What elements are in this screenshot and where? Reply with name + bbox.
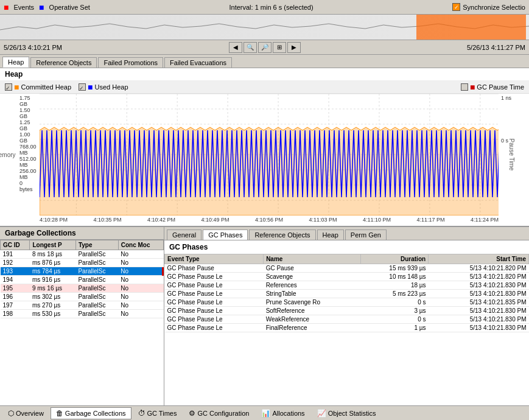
x-label-2: 4:10:35 PM [93, 217, 121, 228]
gc-type: ParallelSc [75, 301, 118, 310]
y-label-3: 1.25 GB [19, 119, 37, 131]
phases-table-row[interactable]: GC Phase Pause GC Pause 15 ms 939 µs 5/1… [165, 264, 529, 273]
phase-start-time: 5/13 4:10:21.830 PM [429, 290, 529, 298]
phases-table-row[interactable]: GC Phase Pause Le SoftReference 3 µs 5/1… [165, 307, 529, 315]
y-label-6: 512.00 MB [19, 156, 37, 168]
y-right-label-1: 1 ns [501, 95, 511, 101]
gc-table-row[interactable]: 191 8 ms 18 µs ParallelSc No [1, 250, 164, 259]
toolbar-overview[interactable]: ⬡ Overview [2, 407, 49, 419]
nav-buttons: ◀ 🔍 🔎 ⊞ ▶ [62, 42, 467, 53]
detail-tab-general[interactable]: General [167, 229, 201, 240]
phase-event-type: GC Phase Pause Le [165, 307, 264, 315]
y-label-8: 0 bytes [19, 180, 37, 192]
tab-failed-evacuations[interactable]: Failed Evacuations [164, 57, 232, 68]
gc-table-row[interactable]: 195 9 ms 16 µs ParallelSc No [1, 284, 164, 293]
detail-tab-perm-gen[interactable]: Perm Gen [345, 229, 387, 240]
sync-checkbox[interactable] [452, 3, 460, 11]
phases-table-row[interactable]: GC Phase Pause Le Scavenge 10 ms 148 µs … [165, 273, 529, 281]
phase-duration: 18 µs [360, 281, 429, 290]
date-left: 5/26/13 4:10:21 PM [4, 44, 62, 51]
used-checkbox[interactable] [79, 83, 86, 91]
used-label: Used Heap [94, 83, 128, 91]
bottom-toolbar: ⬡ Overview 🗑 Garbage Collections ⏱ GC Ti… [0, 405, 529, 420]
toolbar-gc-times[interactable]: ⏱ GC Times [133, 407, 183, 419]
gc-longest: ms 916 µs [30, 276, 75, 284]
tab-reference-objects[interactable]: Reference Objects [30, 57, 97, 68]
toolbar-object-statistics[interactable]: 📈 Object Statistics [312, 407, 382, 419]
gc-table-row[interactable]: 197 ms 270 µs ParallelSc No [1, 301, 164, 310]
gc-longest: 8 ms 18 µs [30, 250, 75, 259]
phase-event-type: GC Phase Pause Le [165, 273, 264, 281]
phase-name: FinalReference [264, 324, 360, 332]
gc-conc: No [118, 310, 164, 318]
gc-times-label: GC Times [147, 410, 177, 417]
x-label-1: 4:10:28 PM [40, 217, 68, 228]
tab-failed-promotions[interactable]: Failed Promotions [98, 57, 163, 68]
timeline-selection[interactable] [416, 15, 526, 40]
phases-table-row[interactable]: GC Phase Pause Le References 18 µs 5/13 … [165, 281, 529, 290]
bottom-split: Garbage Collections GC ID Longest P Type… [0, 226, 529, 405]
gc-type: ParallelSc [75, 310, 118, 318]
phases-table-row[interactable]: GC Phase Pause Le Prune Scavenge Ro 0 s … [165, 298, 529, 307]
gc-type: ParallelSc [75, 293, 118, 301]
sync-label: Synchronize Selectio [463, 4, 525, 11]
toolbar-garbage-collections[interactable]: 🗑 Garbage Collections [51, 407, 131, 419]
gc-conc: No [118, 267, 164, 276]
phase-event-type: GC Phase Pause [165, 264, 264, 273]
phase-name: References [264, 281, 360, 290]
timeline-area[interactable] [0, 15, 529, 40]
phases-table-row[interactable]: GC Phase Pause Le WeakReference 0 s 5/13… [165, 315, 529, 324]
y-axis-right: Pause Time 1 ns 0 s [499, 94, 529, 215]
committed-color-box: ■ [14, 82, 19, 92]
phase-start-time: 5/13 4:10:21.830 PM [429, 307, 529, 315]
chart-svg [40, 94, 499, 215]
gc-conc: No [118, 259, 164, 267]
gc-panel: Garbage Collections GC ID Longest P Type… [0, 227, 164, 405]
nav-forward[interactable]: ▶ [287, 42, 301, 53]
gc-id: 197 [1, 301, 30, 310]
gc-conc: No [118, 284, 164, 293]
used-color-box: ■ [88, 82, 93, 92]
sync-area: Synchronize Selectio [452, 3, 525, 11]
phases-table-row[interactable]: GC Phase Pause Le FinalReference 1 µs 5/… [165, 324, 529, 332]
nav-zoom-out[interactable]: 🔎 [258, 42, 272, 53]
phase-duration: 0 s [360, 315, 429, 324]
legend-committed: ■ Committed Heap [5, 82, 71, 92]
y-axis-left: Memory 1.75 GB 1.50 GB 1.25 GB 1.00 GB 7… [0, 94, 40, 215]
detail-tab-ref-objects[interactable]: Reference Objects [249, 229, 315, 240]
x-label-8: 4:11:17 PM [416, 217, 444, 228]
y-label-1: 1.75 GB [19, 95, 37, 107]
phase-start-time: 5/13 4:10:21.835 PM [429, 298, 529, 307]
x-label-5: 4:10:56 PM [255, 217, 283, 228]
phases-table-row[interactable]: GC Phase Pause Le StringTable 5 ms 223 µ… [165, 290, 529, 298]
chart-svg-area[interactable] [40, 94, 499, 215]
gc-conc: No [118, 293, 164, 301]
x-label-3: 4:10:42 PM [147, 217, 175, 228]
timeline-scroll[interactable] [0, 15, 529, 40]
gc-table-row[interactable]: 196 ms 302 µs ParallelSc No [1, 293, 164, 301]
nav-back[interactable]: ◀ [229, 42, 242, 53]
gc-table-row[interactable]: 198 ms 530 µs ParallelSc No [1, 310, 164, 318]
gc-table-row[interactable]: 193 ms 784 µs ParallelSc No [1, 267, 164, 276]
phase-duration: 15 ms 939 µs [360, 264, 429, 273]
tab-heap[interactable]: Heap [2, 57, 29, 68]
nav-zoom-in[interactable]: 🔍 [243, 42, 257, 53]
gc-table-row[interactable]: 194 ms 916 µs ParallelSc No [1, 276, 164, 284]
gc-longest: ms 270 µs [30, 301, 75, 310]
toolbar-gc-config[interactable]: ⚙ GC Configuration [183, 407, 254, 419]
date-right: 5/26/13 4:11:27 PM [467, 44, 525, 51]
x-label-6: 4:11:03 PM [309, 217, 337, 228]
gc-id: 196 [1, 293, 30, 301]
nav-reset[interactable]: ⊞ [273, 42, 286, 53]
detail-tab-heap[interactable]: Heap [317, 229, 344, 240]
phase-start-time: 5/13 4:10:21.820 PM [429, 273, 529, 281]
gc-longest: ms 876 µs [30, 259, 75, 267]
gc-table-row[interactable]: 192 ms 876 µs ParallelSc No [1, 259, 164, 267]
top-bar: ■ Events ■ Operative Set Interval: 1 min… [0, 0, 529, 15]
detail-tab-gc-phases[interactable]: GC Phases [203, 229, 248, 240]
operative-set-label: Operative Set [49, 4, 90, 11]
gc-pause-checkbox[interactable] [461, 83, 468, 91]
chart-container: Heap ■ Committed Heap ■ Used Heap ■ GC P… [0, 68, 529, 226]
toolbar-allocations[interactable]: 📊 Allocations [256, 407, 310, 419]
committed-checkbox[interactable] [5, 83, 12, 91]
